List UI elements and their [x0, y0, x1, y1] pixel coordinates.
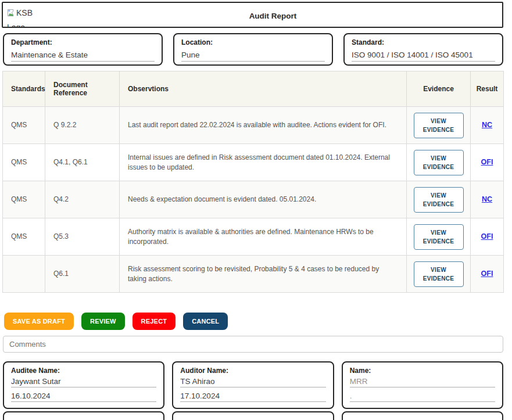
info-field-location: Location:: [173, 33, 333, 66]
result-link[interactable]: NC: [482, 195, 492, 203]
report-header: KSB Logo Audit Report: [2, 2, 503, 28]
signature-box-partial: [342, 411, 503, 420]
actions-row: SAVE AS DRAFT REVIEW REJECT CANCEL: [4, 313, 512, 330]
location-input[interactable]: [181, 51, 325, 62]
observation-cell: Authority matrix is available & authorit…: [120, 218, 407, 256]
ksb-logo: KSB Logo: [7, 6, 41, 28]
result-link[interactable]: OFI: [481, 270, 493, 278]
field-label: Department:: [11, 38, 155, 46]
signature-box-partial: [172, 411, 334, 420]
standard-input[interactable]: [352, 51, 495, 62]
column-header-result: Result: [471, 71, 504, 107]
doc-ref-cell: Q 9.2.2: [45, 107, 120, 144]
page-title: Audit Report: [44, 3, 502, 28]
comments-section: [3, 336, 503, 353]
table-row: Q6.1 Risk assessment scoring to be revis…: [3, 256, 504, 293]
table-row: QMS Q4.1, Q6.1 Internal issues are defin…: [3, 144, 504, 181]
signature-box-name: Name:: [342, 361, 503, 409]
table-row: QMS Q 9.2.2 Last audit report dated 22.0…: [3, 107, 504, 144]
comments-input[interactable]: [3, 336, 503, 353]
observation-cell: Risk assessment scoring to be revisited,…: [120, 256, 407, 293]
table-row: QMS Q4.2 Needs & expectation document is…: [3, 181, 504, 218]
partial-signatures-row: [3, 411, 503, 420]
standard-cell: QMS: [3, 144, 45, 181]
view-evidence-button[interactable]: VIEW EVIDENCE: [414, 187, 464, 213]
doc-ref-cell: Q4.2: [45, 181, 120, 218]
info-field-department: Department:: [3, 33, 163, 66]
info-fields-row: Department: Location: Standard:: [3, 33, 503, 66]
doc-ref-cell: Q5.3: [45, 218, 120, 256]
reject-button[interactable]: REJECT: [133, 313, 176, 330]
field-label: Auditee Name:: [11, 367, 156, 375]
name-date-input[interactable]: [350, 392, 495, 402]
field-label: Auditor Name:: [180, 367, 325, 375]
auditor-name-input[interactable]: [180, 377, 325, 387]
table-header-row: Standards Document Reference Observtions…: [3, 71, 504, 107]
field-label: Standard:: [352, 38, 495, 46]
review-button[interactable]: REVIEW: [81, 313, 125, 330]
name-input[interactable]: [350, 377, 495, 387]
view-evidence-button[interactable]: VIEW EVIDENCE: [414, 150, 464, 175]
doc-ref-cell: Q6.1: [45, 256, 120, 293]
column-header-standards: Standards: [3, 71, 45, 107]
result-link[interactable]: NC: [482, 121, 492, 129]
view-evidence-button[interactable]: VIEW EVIDENCE: [414, 261, 464, 287]
observation-cell: Internal issues are defined in Risk asse…: [120, 144, 407, 181]
field-label: Name:: [350, 367, 495, 375]
save-as-draft-button[interactable]: SAVE AS DRAFT: [4, 313, 74, 330]
view-evidence-button[interactable]: VIEW EVIDENCE: [414, 113, 464, 138]
standard-cell: QMS: [3, 181, 45, 218]
standard-cell: QMS: [3, 107, 45, 144]
auditor-date-input[interactable]: [180, 392, 325, 402]
view-evidence-button[interactable]: VIEW EVIDENCE: [414, 224, 464, 250]
auditee-name-input[interactable]: [11, 377, 156, 387]
table-row: QMS Q5.3 Authority matrix is available &…: [3, 218, 504, 256]
signature-box-partial: [3, 411, 164, 420]
signature-box-auditee: Auditee Name:: [3, 361, 164, 409]
observation-cell: Needs & expectation document is evident …: [120, 181, 407, 218]
result-link[interactable]: OFI: [481, 232, 493, 240]
standard-cell: QMS: [3, 218, 45, 256]
info-field-standard: Standard:: [343, 33, 503, 66]
audit-table: Standards Document Reference Observtions…: [2, 71, 504, 293]
observation-cell: Last audit report dated 22.02.2024 is av…: [120, 107, 407, 144]
result-link[interactable]: OFI: [481, 158, 493, 166]
broken-image-icon: [7, 9, 16, 17]
department-input[interactable]: [11, 51, 155, 62]
field-label: Location:: [181, 38, 325, 46]
signatures-row: Auditee Name: Auditor Name: Name:: [3, 361, 503, 409]
column-header-document-reference: Document Reference: [45, 71, 120, 107]
cancel-button[interactable]: CANCEL: [183, 313, 228, 330]
column-header-evidence: Evidence: [407, 71, 471, 107]
standard-cell: [3, 256, 45, 293]
doc-ref-cell: Q4.1, Q6.1: [45, 144, 120, 181]
column-header-observations: Observtions: [120, 71, 407, 107]
signature-box-auditor: Auditor Name:: [172, 361, 334, 409]
auditee-date-input[interactable]: [11, 392, 156, 402]
